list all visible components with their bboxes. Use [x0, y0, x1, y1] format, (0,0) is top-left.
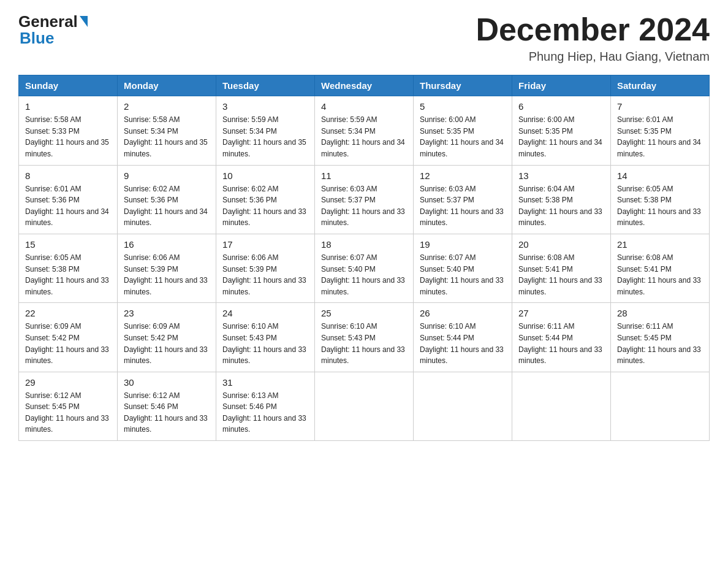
- table-row: [611, 372, 710, 440]
- table-row: 15 Sunrise: 6:05 AM Sunset: 5:38 PM Dayl…: [19, 234, 118, 302]
- day-info: Sunrise: 6:09 AM Sunset: 5:42 PM Dayligh…: [25, 321, 111, 366]
- day-info: Sunrise: 6:06 AM Sunset: 5:39 PM Dayligh…: [124, 252, 210, 297]
- calendar-week-row: 15 Sunrise: 6:05 AM Sunset: 5:38 PM Dayl…: [19, 234, 710, 302]
- day-info: Sunrise: 5:58 AM Sunset: 5:33 PM Dayligh…: [25, 114, 111, 159]
- calendar-week-row: 29 Sunrise: 6:12 AM Sunset: 5:45 PM Dayl…: [19, 372, 710, 440]
- day-number: 6: [518, 101, 604, 112]
- day-number: 15: [25, 239, 111, 250]
- table-row: 22 Sunrise: 6:09 AM Sunset: 5:42 PM Dayl…: [19, 303, 118, 372]
- table-row: 19 Sunrise: 6:07 AM Sunset: 5:40 PM Dayl…: [414, 234, 512, 302]
- day-info: Sunrise: 6:13 AM Sunset: 5:46 PM Dayligh…: [222, 390, 308, 435]
- day-info: Sunrise: 6:01 AM Sunset: 5:35 PM Dayligh…: [617, 114, 703, 159]
- day-number: 25: [321, 308, 407, 318]
- logo: General Blue: [18, 12, 88, 48]
- day-number: 8: [25, 170, 111, 181]
- day-number: 21: [617, 239, 703, 250]
- col-sunday: Sunday: [19, 75, 118, 96]
- table-row: 17 Sunrise: 6:06 AM Sunset: 5:39 PM Dayl…: [216, 234, 315, 302]
- logo-blue: Blue: [18, 29, 54, 48]
- table-row: 29 Sunrise: 6:12 AM Sunset: 5:45 PM Dayl…: [19, 372, 118, 440]
- day-info: Sunrise: 6:00 AM Sunset: 5:35 PM Dayligh…: [518, 114, 604, 159]
- table-row: 24 Sunrise: 6:10 AM Sunset: 5:43 PM Dayl…: [216, 303, 315, 372]
- table-row: 26 Sunrise: 6:10 AM Sunset: 5:44 PM Dayl…: [414, 303, 512, 372]
- day-number: 4: [321, 101, 407, 112]
- col-friday: Friday: [512, 75, 611, 96]
- day-number: 16: [124, 239, 210, 250]
- day-info: Sunrise: 6:10 AM Sunset: 5:43 PM Dayligh…: [321, 321, 407, 366]
- table-row: 12 Sunrise: 6:03 AM Sunset: 5:37 PM Dayl…: [414, 165, 512, 234]
- day-info: Sunrise: 6:10 AM Sunset: 5:44 PM Dayligh…: [420, 321, 506, 366]
- table-row: 14 Sunrise: 6:05 AM Sunset: 5:38 PM Dayl…: [611, 165, 710, 234]
- col-monday: Monday: [118, 75, 216, 96]
- header-row: Sunday Monday Tuesday Wednesday Thursday…: [19, 75, 710, 96]
- day-number: 5: [420, 101, 506, 112]
- table-row: 13 Sunrise: 6:04 AM Sunset: 5:38 PM Dayl…: [512, 165, 611, 234]
- day-number: 14: [617, 170, 703, 181]
- table-row: 23 Sunrise: 6:09 AM Sunset: 5:42 PM Dayl…: [118, 303, 216, 372]
- day-info: Sunrise: 6:01 AM Sunset: 5:36 PM Dayligh…: [25, 183, 111, 229]
- day-number: 10: [222, 170, 308, 181]
- col-wednesday: Wednesday: [315, 75, 414, 96]
- calendar-table: Sunday Monday Tuesday Wednesday Thursday…: [18, 75, 710, 441]
- table-row: 10 Sunrise: 6:02 AM Sunset: 5:36 PM Dayl…: [216, 165, 315, 234]
- day-number: 13: [518, 170, 604, 181]
- table-row: 27 Sunrise: 6:11 AM Sunset: 5:44 PM Dayl…: [512, 303, 611, 372]
- day-info: Sunrise: 6:04 AM Sunset: 5:38 PM Dayligh…: [518, 183, 604, 229]
- day-number: 19: [420, 239, 506, 250]
- table-row: 30 Sunrise: 6:12 AM Sunset: 5:46 PM Dayl…: [118, 372, 216, 440]
- day-number: 12: [420, 170, 506, 181]
- table-row: 21 Sunrise: 6:08 AM Sunset: 5:41 PM Dayl…: [611, 234, 710, 302]
- table-row: 8 Sunrise: 6:01 AM Sunset: 5:36 PM Dayli…: [19, 165, 118, 234]
- day-info: Sunrise: 6:12 AM Sunset: 5:46 PM Dayligh…: [124, 390, 210, 435]
- table-row: [414, 372, 512, 440]
- day-info: Sunrise: 6:11 AM Sunset: 5:44 PM Dayligh…: [518, 321, 604, 366]
- day-number: 18: [321, 239, 407, 250]
- table-row: 2 Sunrise: 5:58 AM Sunset: 5:34 PM Dayli…: [118, 96, 216, 165]
- logo-triangle-icon: [80, 16, 88, 27]
- calendar-week-row: 1 Sunrise: 5:58 AM Sunset: 5:33 PM Dayli…: [19, 96, 710, 165]
- day-info: Sunrise: 6:03 AM Sunset: 5:37 PM Dayligh…: [321, 183, 407, 229]
- table-row: 9 Sunrise: 6:02 AM Sunset: 5:36 PM Dayli…: [118, 165, 216, 234]
- table-row: 5 Sunrise: 6:00 AM Sunset: 5:35 PM Dayli…: [414, 96, 512, 165]
- day-number: 7: [617, 101, 703, 112]
- day-number: 11: [321, 170, 407, 181]
- calendar-week-row: 8 Sunrise: 6:01 AM Sunset: 5:36 PM Dayli…: [19, 165, 710, 234]
- day-number: 3: [222, 101, 308, 112]
- table-row: 7 Sunrise: 6:01 AM Sunset: 5:35 PM Dayli…: [611, 96, 710, 165]
- table-row: 18 Sunrise: 6:07 AM Sunset: 5:40 PM Dayl…: [315, 234, 414, 302]
- day-info: Sunrise: 6:06 AM Sunset: 5:39 PM Dayligh…: [222, 252, 308, 297]
- day-info: Sunrise: 6:05 AM Sunset: 5:38 PM Dayligh…: [25, 252, 111, 297]
- day-info: Sunrise: 5:59 AM Sunset: 5:34 PM Dayligh…: [222, 114, 308, 159]
- calendar-title: December 2024: [476, 12, 710, 47]
- col-saturday: Saturday: [611, 75, 710, 96]
- table-row: 31 Sunrise: 6:13 AM Sunset: 5:46 PM Dayl…: [216, 372, 315, 440]
- table-row: 4 Sunrise: 5:59 AM Sunset: 5:34 PM Dayli…: [315, 96, 414, 165]
- day-number: 20: [518, 239, 604, 250]
- day-info: Sunrise: 6:08 AM Sunset: 5:41 PM Dayligh…: [518, 252, 604, 297]
- table-row: 11 Sunrise: 6:03 AM Sunset: 5:37 PM Dayl…: [315, 165, 414, 234]
- day-number: 22: [25, 308, 111, 318]
- day-number: 29: [25, 377, 111, 388]
- table-row: 25 Sunrise: 6:10 AM Sunset: 5:43 PM Dayl…: [315, 303, 414, 372]
- day-info: Sunrise: 5:58 AM Sunset: 5:34 PM Dayligh…: [124, 114, 210, 159]
- day-info: Sunrise: 6:03 AM Sunset: 5:37 PM Dayligh…: [420, 183, 506, 229]
- day-number: 1: [25, 101, 111, 112]
- day-number: 28: [617, 308, 703, 318]
- day-info: Sunrise: 6:09 AM Sunset: 5:42 PM Dayligh…: [124, 321, 210, 366]
- calendar-subtitle: Phung Hiep, Hau Giang, Vietnam: [476, 50, 710, 64]
- title-block: December 2024 Phung Hiep, Hau Giang, Vie…: [476, 12, 710, 64]
- table-row: 6 Sunrise: 6:00 AM Sunset: 5:35 PM Dayli…: [512, 96, 611, 165]
- day-number: 31: [222, 377, 308, 388]
- table-row: [315, 372, 414, 440]
- day-info: Sunrise: 6:10 AM Sunset: 5:43 PM Dayligh…: [222, 321, 308, 366]
- day-number: 26: [420, 308, 506, 318]
- day-number: 23: [124, 308, 210, 318]
- calendar-week-row: 22 Sunrise: 6:09 AM Sunset: 5:42 PM Dayl…: [19, 303, 710, 372]
- table-row: 1 Sunrise: 5:58 AM Sunset: 5:33 PM Dayli…: [19, 96, 118, 165]
- table-row: [512, 372, 611, 440]
- page-header: General Blue December 2024 Phung Hiep, H…: [18, 12, 710, 64]
- table-row: 28 Sunrise: 6:11 AM Sunset: 5:45 PM Dayl…: [611, 303, 710, 372]
- day-number: 2: [124, 101, 210, 112]
- day-number: 30: [124, 377, 210, 388]
- table-row: 16 Sunrise: 6:06 AM Sunset: 5:39 PM Dayl…: [118, 234, 216, 302]
